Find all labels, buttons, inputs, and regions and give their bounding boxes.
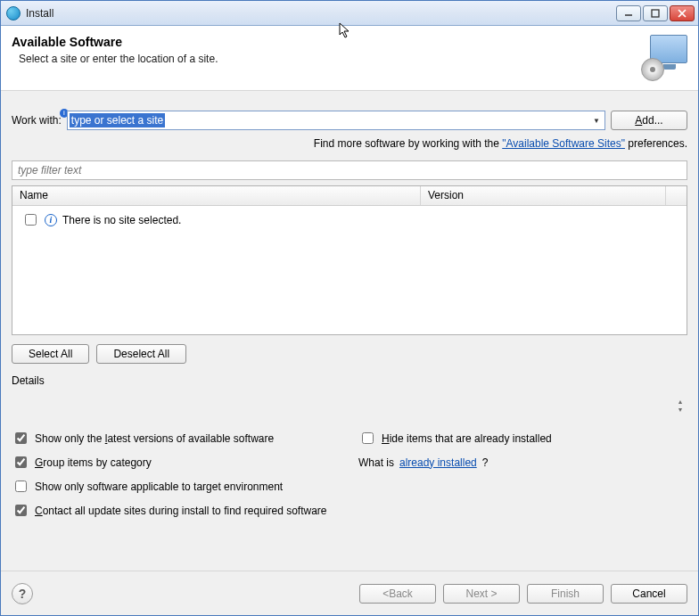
scroll-up-icon[interactable]: ▲ [678,398,684,405]
back-button[interactable]: < Back [359,584,436,604]
window-controls [616,5,695,21]
details-scroll[interactable]: ▲ ▼ [673,390,687,421]
column-version[interactable]: Version [421,186,666,205]
opt-group-category-checkbox[interactable] [15,456,27,468]
opt-hide-installed[interactable]: Hide items that are already installed [358,430,687,447]
row-checkbox[interactable] [25,214,37,226]
opt-target-env-checkbox[interactable] [15,480,27,492]
deselect-all-button[interactable]: Deselect All [96,344,186,364]
opt-target-env[interactable]: Show only software applicable to target … [12,478,687,495]
opt-latest-only-checkbox[interactable] [15,432,27,444]
work-with-placeholder: type or select a site [70,113,165,127]
cancel-button[interactable]: Cancel [611,584,687,604]
already-installed-hint: What is already installed? [358,454,687,471]
table-row: i There is no site selected. [18,209,681,230]
install-dialog: Install Available Software Select a site… [0,0,699,616]
wizard-footer: ? < Back Next > Finish Cancel [1,571,698,615]
work-with-label: Work with: i [12,114,62,127]
help-button[interactable]: ? [12,583,33,604]
empty-message: There is no site selected. [62,214,181,226]
app-icon [6,6,21,21]
minimize-button[interactable] [616,5,641,21]
help-icon: ? [19,587,27,601]
info-icon: i [45,214,57,226]
details-area: ▲ ▼ [12,390,687,421]
add-button[interactable]: Add... [611,111,687,130]
header-graphic [641,35,687,81]
window-title: Install [26,7,53,20]
opt-hide-installed-checkbox[interactable] [362,432,374,444]
table-header: Name Version [12,186,687,206]
opt-contact-sites-checkbox[interactable] [15,505,27,516]
page-title: Available Software [12,35,641,49]
page-subtitle: Select a site or enter the location of a… [19,53,641,65]
finish-button[interactable]: Finish [527,584,604,604]
maximize-button[interactable] [643,5,668,21]
close-icon [678,9,687,18]
svg-rect-1 [652,10,659,17]
scroll-down-icon[interactable]: ▼ [678,407,684,413]
wizard-header: Available Software Select a site or ente… [1,26,698,91]
wizard-content: Work with: i type or select a site ▼ Add… [1,91,698,571]
maximize-icon [651,9,660,18]
available-sites-link[interactable]: "Available Software Sites" [502,137,625,150]
next-button[interactable]: Next > [443,584,520,604]
minimize-icon [624,9,633,18]
opt-group-category[interactable]: Group items by category [12,454,341,471]
software-table: Name Version i There is no site selected… [12,185,687,335]
titlebar: Install [1,1,698,26]
options-grid: Show only the latest versions of availab… [12,430,687,519]
column-name[interactable]: Name [12,186,421,205]
table-body: i There is no site selected. [12,206,687,334]
already-installed-link[interactable]: already installed [399,456,477,469]
close-button[interactable] [670,5,695,21]
column-spacer [666,186,687,205]
chevron-down-icon[interactable]: ▼ [588,111,604,129]
select-all-button[interactable]: Select All [12,344,89,364]
work-with-combo[interactable]: type or select a site ▼ [67,111,605,130]
opt-latest-only[interactable]: Show only the latest versions of availab… [12,430,341,447]
sites-hint: Find more software by working with the "… [12,137,687,150]
filter-input[interactable] [12,160,687,180]
opt-contact-sites[interactable]: Contact all update sites during install … [12,502,687,519]
details-label: Details [12,374,687,387]
disc-icon [641,58,664,81]
